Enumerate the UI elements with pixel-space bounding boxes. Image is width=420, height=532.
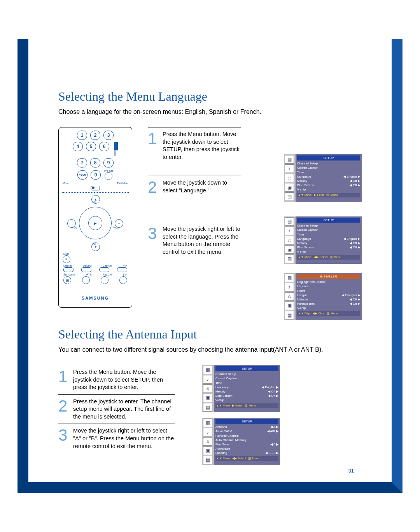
osd-tab-icon: ▣ (203, 394, 212, 402)
brand-label: SAMSUNG (62, 296, 129, 300)
favch-label: Fav.CH (103, 273, 112, 276)
osd-tab-icon: ⎌ (203, 384, 212, 393)
osd-screen-1: ▦ ♪ ⎌ ▣ ▤ SETUP Channel SetupClosed Capt… (284, 154, 362, 202)
page: Selecting the Menu Language Choose a lan… (0, 0, 420, 532)
still-label: Still (123, 273, 127, 276)
display-button[interactable] (63, 267, 74, 272)
osd1-title: SETUP (297, 155, 360, 160)
favch-button[interactable] (101, 276, 108, 284)
caption-button[interactable] (99, 267, 109, 272)
mts-button[interactable] (82, 276, 90, 284)
osd-screen-3: ▦ ♪ ⎌ ▣ ▤ INSTALLER Réglage des ChaîneLé… (284, 273, 362, 320)
osd5-footer: ▲▼ Move◀▶ Select▥ Menu (215, 456, 278, 461)
surround-label: Surround (63, 273, 75, 276)
osd1-footer: ▲▼ Move▶ Enter▥ Menu (297, 193, 360, 198)
step-2-num: 2 (148, 179, 159, 195)
osd-tab-icon: ♪ (203, 428, 212, 436)
osd-tab-icon: ▤ (203, 403, 212, 412)
display-label: Display (63, 264, 72, 267)
osd-tab-icon: ▤ (285, 311, 294, 319)
aspect-button[interactable] (81, 267, 91, 272)
mute-label: Mute (63, 253, 70, 255)
step-3-num: 3 (148, 225, 159, 256)
remote-num-9[interactable]: 9 (103, 158, 114, 167)
osd-tab-icon: ▤ (285, 255, 294, 263)
osd4-title: SETUP (215, 366, 278, 371)
remote-num-8[interactable]: 8 (90, 158, 100, 167)
section2-title: Selecting the Antenna Input (58, 327, 362, 342)
section2-intro: You can connect to two different signal … (58, 346, 362, 353)
osd-tab-icon: ▦ (285, 155, 294, 164)
osd-tab-icon: ▤ (203, 456, 212, 464)
osd5-body: Antenna◀ A ▶Air or CATV◀ AIR ▶Favorite C… (215, 425, 278, 455)
remote-num-4[interactable]: 4 (73, 142, 83, 151)
osd-tab-icon: ⎌ (285, 236, 294, 244)
osd2-body: Channel SetupClosed CaptionTimeLanguage◀… (297, 223, 360, 254)
osd-tab-icon: ⎌ (203, 437, 212, 446)
osd5-title: SETUP (215, 419, 278, 424)
content-area: Selecting the Menu Language Choose a lan… (58, 89, 362, 474)
joystick-center[interactable]: ▶ (88, 216, 102, 230)
tvvideo-label: TV/Video (117, 182, 128, 185)
osd4-footer: ▲▼ Move▶ Enter▥ Menu (215, 403, 278, 408)
mts-label: MTS (86, 273, 91, 276)
remote-num-6[interactable]: 6 (99, 142, 109, 151)
surround-button[interactable]: ▣ (63, 276, 71, 284)
step-1: 1 Press the Menu button. Move the joysti… (148, 127, 241, 164)
prech-button[interactable] (105, 172, 112, 180)
osd-tab-icon: ▤ (285, 192, 294, 201)
remote-num-2[interactable]: 2 (90, 131, 100, 140)
osd-tab-icon: ▣ (285, 245, 294, 254)
s2-step-2-text: Press the joystick to enter. The channel… (73, 398, 175, 421)
step-2: 2 Move the joystick down to select "Lang… (148, 176, 241, 199)
remote-num-0[interactable]: 0 (91, 170, 101, 180)
s2-step-1: 1 Press the Menu button. Move the joysti… (58, 365, 175, 394)
step-3: 3 Move the joystick right or left to sel… (148, 222, 241, 259)
osd-tab-icon: ▦ (203, 419, 212, 427)
vol-label-right: VOL (113, 226, 119, 229)
osd-tab-icon: ♪ (203, 375, 212, 384)
osd2-title: SETUP (297, 218, 360, 223)
s2-step-3: 3 Move the joystick right or left to sel… (58, 424, 175, 453)
page-number: 31 (348, 468, 354, 474)
osd2-footer: ▲▼ Move◀▶ Select▥ Menu (297, 255, 360, 260)
section2: Selecting the Antenna Input You can conn… (58, 308, 362, 471)
ch-label-down: CH (92, 243, 96, 246)
mute-button[interactable]: ✕ (63, 255, 70, 263)
s2-step-1-num: 1 (58, 368, 69, 391)
caption-label: Caption (102, 264, 112, 267)
remote-plus100[interactable]: +100 (77, 170, 88, 180)
mode-switch[interactable] (114, 142, 118, 150)
prech-label: Pre-CH (104, 169, 113, 172)
osd3-footer: ▲▼ Dépl◀▶ Cho.▥ Menu (297, 311, 360, 316)
osd-tab-icon: ⎌ (285, 292, 294, 301)
still-button[interactable] (119, 276, 127, 284)
osd-tab-icon: ▣ (203, 447, 212, 455)
pip-button[interactable] (117, 267, 127, 272)
osd-tab-icon: ▦ (285, 217, 294, 226)
osd-tab-icon: ♪ (285, 227, 294, 235)
ch-label-up: CH (92, 201, 96, 203)
joystick[interactable]: ▶ ▲ ▼ – + CH CH VOL VOL (68, 196, 122, 250)
s2-step-3-text: Move the joystick right or left to selec… (73, 427, 175, 450)
mode-label: MODE (114, 150, 116, 156)
step-1-num: 1 (148, 131, 159, 161)
osd-screen-4: ▦ ♪ ⎌ ▣ ▤ SETUP Channel SetupClosed Capt… (202, 365, 280, 412)
vol-label-left: VOL (72, 226, 77, 229)
remote-num-7[interactable]: 7 (77, 158, 87, 167)
menu-slider[interactable] (91, 186, 100, 190)
remote-num-5[interactable]: 5 (86, 142, 96, 151)
osd-screen-5: ▦ ♪ ⎌ ▣ ▤ SETUP Antenna◀ A ▶Air or CATV◀… (202, 418, 280, 465)
osd-tab-icon: ▣ (285, 183, 294, 192)
osd1-body: Channel SetupClosed CaptionTimeLanguage◀… (297, 161, 360, 192)
remote-num-3[interactable]: 3 (103, 131, 114, 140)
pip-label: PIP (123, 264, 127, 267)
osd-screen-2: ▦ ♪ ⎌ ▣ ▤ SETUP Channel SetupClosed Capt… (284, 216, 362, 264)
section1-body: 1 2 3 4 5 6 MODE 7 8 9 (58, 127, 362, 308)
section1-intro: Choose a language for the on-screen menu… (58, 108, 362, 115)
remote-control: 1 2 3 4 5 6 MODE 7 8 9 (58, 127, 132, 308)
osd-tab-icon: ▣ (285, 302, 294, 310)
remote-num-1[interactable]: 1 (77, 131, 87, 140)
s2-step-1-text: Press the Menu button. Move the joystick… (73, 368, 175, 391)
step-3-text: Move the joystick right or left to selec… (163, 225, 241, 256)
